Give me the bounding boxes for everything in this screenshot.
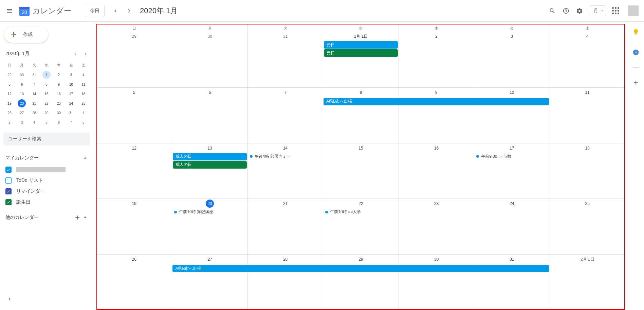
- mini-day[interactable]: 4: [28, 118, 40, 127]
- mini-calendar-title[interactable]: 2020年 1月: [5, 51, 71, 57]
- mini-day[interactable]: 13: [16, 89, 28, 99]
- event-span[interactable]: A県B市へ出張: [324, 98, 549, 105]
- mini-day[interactable]: 2: [53, 70, 65, 80]
- mini-day[interactable]: 3: [16, 118, 28, 127]
- chevron-up-icon: [82, 155, 88, 161]
- mini-day[interactable]: 3: [65, 70, 77, 80]
- add-calendar-icon[interactable]: [74, 214, 81, 221]
- mini-next-button[interactable]: [81, 50, 90, 58]
- calendar-checkbox[interactable]: [5, 188, 12, 194]
- mini-day[interactable]: 11: [77, 80, 90, 89]
- mini-day[interactable]: 18: [77, 89, 90, 99]
- mini-dow: 土: [77, 61, 90, 70]
- search-people-input[interactable]: ユーザーを検索: [3, 133, 90, 145]
- add-addon-icon[interactable]: [629, 76, 643, 89]
- mini-day[interactable]: 5: [3, 80, 16, 89]
- mini-day[interactable]: 12: [3, 89, 16, 99]
- mini-day[interactable]: 21: [28, 99, 40, 108]
- mini-day[interactable]: 31: [28, 70, 40, 80]
- apps-icon[interactable]: [609, 4, 622, 18]
- mini-day[interactable]: 6: [53, 118, 65, 127]
- mini-day[interactable]: 16: [53, 89, 65, 99]
- my-calendars-toggle[interactable]: マイカレンダー: [3, 153, 90, 165]
- my-calendars-title: マイカレンダー: [5, 155, 39, 161]
- mini-day[interactable]: 23: [53, 99, 65, 108]
- side-rail: [627, 22, 644, 310]
- calendar-checkbox[interactable]: [5, 199, 12, 205]
- other-calendars-toggle[interactable]: 他のカレンダー: [3, 212, 90, 225]
- mini-day[interactable]: 28: [28, 108, 40, 118]
- expand-rail-icon[interactable]: [3, 292, 16, 306]
- calendar-checkbox[interactable]: [5, 177, 12, 184]
- menu-icon[interactable]: [3, 4, 16, 18]
- mini-day[interactable]: 8: [77, 118, 90, 127]
- settings-icon[interactable]: [573, 4, 586, 18]
- mini-day[interactable]: 17: [65, 89, 77, 99]
- mini-day[interactable]: 7: [28, 80, 40, 89]
- mini-day[interactable]: 7: [65, 118, 77, 127]
- mini-day[interactable]: 20: [16, 99, 28, 108]
- mini-day[interactable]: 22: [40, 99, 53, 108]
- mini-day[interactable]: 30: [53, 108, 65, 118]
- mini-day[interactable]: 4: [77, 70, 90, 80]
- view-selector[interactable]: 月: [589, 5, 606, 16]
- calendar-item[interactable]: [3, 165, 90, 174]
- chevron-down-icon: [600, 9, 604, 13]
- mini-day[interactable]: 19: [3, 99, 16, 108]
- mini-day[interactable]: 31: [65, 108, 77, 118]
- plus-icon: [9, 30, 18, 39]
- mini-prev-button[interactable]: [71, 50, 79, 58]
- mini-day[interactable]: 29: [40, 108, 53, 118]
- svg-rect-1: [19, 7, 30, 9]
- mini-dow: 月: [16, 61, 28, 70]
- other-calendars-section: 他のカレンダー: [3, 212, 90, 225]
- event-span[interactable]: A県B市へ出張: [172, 265, 549, 272]
- mini-day[interactable]: 1: [77, 108, 90, 118]
- header: 20 カレンダー 今日 2020年 1月 月: [0, 0, 644, 22]
- sidebar: 作成 2020年 1月 日月火水木金土293031123456789101112…: [0, 22, 94, 310]
- calendar-label: 誕生日: [16, 199, 31, 205]
- mini-dow: 木: [53, 61, 65, 70]
- calendar-label: ToDo リスト: [16, 177, 43, 184]
- mini-day[interactable]: 1: [40, 70, 53, 80]
- mini-day[interactable]: 30: [16, 70, 28, 80]
- calendar-checkbox[interactable]: [5, 167, 12, 173]
- tasks-icon[interactable]: [629, 46, 643, 59]
- calendar-logo-icon: 20: [18, 4, 31, 18]
- avatar[interactable]: [628, 5, 639, 16]
- next-month-button[interactable]: [122, 4, 136, 18]
- today-button[interactable]: 今日: [85, 5, 105, 17]
- calendar-label: リマインダー: [16, 188, 45, 194]
- calendar-label: [16, 167, 66, 172]
- keep-icon[interactable]: [629, 25, 643, 39]
- search-icon[interactable]: [546, 4, 559, 18]
- mini-day[interactable]: 6: [16, 80, 28, 89]
- calendar-main: 日月火水木金土 2930311月 1日元日元日234567891011A県B市へ…: [94, 22, 627, 310]
- mini-day[interactable]: 14: [28, 89, 40, 99]
- my-calendars-section: マイカレンダー ToDo リストリマインダー誕生日: [3, 153, 90, 209]
- mini-day[interactable]: 9: [53, 80, 65, 89]
- prev-month-button[interactable]: [109, 4, 122, 18]
- calendar-item[interactable]: ToDo リスト: [3, 176, 90, 185]
- mini-day[interactable]: 2: [3, 118, 16, 127]
- mini-calendar: 2020年 1月 日月火水木金土293031123456789101112131…: [3, 50, 90, 127]
- calendar-item[interactable]: 誕生日: [3, 198, 90, 207]
- svg-rect-3: [13, 34, 14, 35]
- mini-day[interactable]: 29: [3, 70, 16, 80]
- help-icon[interactable]: [559, 4, 573, 18]
- svg-point-4: [633, 50, 639, 55]
- create-label: 作成: [23, 32, 33, 38]
- create-button[interactable]: 作成: [4, 27, 48, 43]
- calendar-item[interactable]: リマインダー: [3, 187, 90, 196]
- mini-day[interactable]: 15: [40, 89, 53, 99]
- date-title[interactable]: 2020年 1月: [140, 6, 178, 16]
- mini-day[interactable]: 26: [3, 108, 16, 118]
- mini-day[interactable]: 27: [16, 108, 28, 118]
- mini-dow: 火: [28, 61, 40, 70]
- chevron-up-icon: [82, 214, 88, 220]
- mini-day[interactable]: 25: [77, 99, 90, 108]
- mini-day[interactable]: 8: [40, 80, 53, 89]
- mini-day[interactable]: 10: [65, 80, 77, 89]
- mini-day[interactable]: 24: [65, 99, 77, 108]
- mini-day[interactable]: 5: [40, 118, 53, 127]
